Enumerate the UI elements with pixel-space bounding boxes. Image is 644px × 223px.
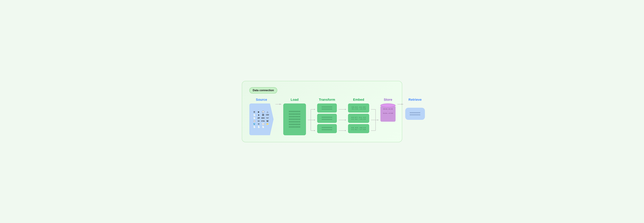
transform-column: XXXXXXXXXX XXXXXXXXXX XXXXXXXXXX XXXXXXX…	[317, 103, 337, 133]
icon-txt: TXT	[266, 117, 269, 119]
icon-chat: 💬	[261, 111, 265, 113]
embed-3-line-1: 5.5, -0.3....0.8, 2.3	[352, 127, 366, 128]
icon-doc2: 📄	[252, 117, 256, 119]
icon-triangle: △	[266, 111, 269, 113]
embed-2-line-2: 4.1, 3.4....-1.5, 2.5	[352, 118, 366, 120]
svg-marker-19	[378, 119, 378, 121]
cylinder-top	[380, 103, 396, 107]
icon-zip: ZIP	[257, 117, 260, 119]
transform-1-line-2: XXXXXXXXXX	[322, 108, 332, 110]
pipeline: Source ⊞ ▶ 💬 △ 📄 ● 🖼 CSV 📄 ZIP DOC TXT 📋	[249, 98, 395, 136]
store-separator: :	[380, 110, 396, 112]
icon-twitter: 🐦	[252, 123, 256, 125]
load-block: XXXXXXXXXX XXXXXXXXXX XXXXXXXXXX XXXXXXX…	[283, 103, 306, 135]
arrow-source-load	[276, 104, 282, 104]
icon-csv: CSV	[266, 114, 269, 116]
store-stage: Store 0.5, 0.2....0.1, 0.9 : 2.1, 0.1...…	[380, 98, 396, 122]
arrow-line-store-retrieve	[397, 104, 404, 104]
embed-column: 0.5, 0.2....0.1, 0.9 -0.1, 0.4....1.4, 5…	[348, 103, 369, 133]
load-line-5: XXXXXXXXXX	[289, 121, 300, 123]
load-line-3: XXXXXXXXXX	[289, 116, 300, 118]
load-line-1: XXXXXXXXXX	[289, 111, 300, 112]
embed-block-2: 0.2, 0.7....2.1, -1.2 4.1, 3.4....-1.5, …	[348, 114, 369, 123]
source-stage: Source ⊞ ▶ 💬 △ 📄 ● 🖼 CSV 📄 ZIP DOC TXT 📋	[249, 98, 274, 135]
arrow-embed-store	[371, 104, 378, 136]
embed-label: Embed	[353, 98, 364, 102]
load-line-7: XXXXXXXXXX	[289, 126, 300, 128]
retrieve-block: XXXXXXXXXX XXXXXXXXXX	[405, 108, 425, 120]
transform-1-line-1: XXXXXXXXXX	[322, 106, 332, 108]
icon-file3: 📄	[261, 126, 265, 128]
icon-doc1: 📄	[252, 114, 256, 116]
icon-doc3: DOC	[261, 117, 265, 119]
icon-folder: 📁	[266, 123, 269, 125]
diagram-title: Data connection	[253, 89, 274, 92]
transform-block-1: XXXXXXXXXX XXXXXXXXXX	[317, 103, 337, 113]
arrow-load-transform	[308, 104, 315, 136]
title-badge: Data connection	[249, 87, 277, 93]
icon-grid: ⊞	[252, 111, 256, 113]
transform-label: Transform	[319, 98, 335, 102]
transform-2-line-2: XXXXXXXXXX	[322, 119, 332, 120]
embed-block-3: 5.5, -0.3....0.8, 2.3 2.1, 0.1....-1.7, …	[348, 124, 369, 133]
retrieve-line-1: XXXXXXXXXX	[410, 112, 420, 113]
load-stage: Load XXXXXXXXXX XXXXXXXXXX XXXXXXXXXX XX…	[283, 98, 306, 135]
embed-2-line-1: 0.2, 0.7....2.1, -1.2	[352, 117, 366, 118]
embed-1-line-1: 0.5, 0.2....0.1, 0.9	[352, 106, 366, 108]
icon-image: 🖼	[261, 114, 265, 116]
source-icons: ⊞ ▶ 💬 △ 📄 ● 🖼 CSV 📄 ZIP DOC TXT 📋 MJ HTM…	[252, 111, 269, 128]
transform-3-line-2: XXXXXXXXXX	[322, 129, 332, 130]
svg-marker-6	[314, 119, 315, 121]
transform-block-3: XXXXXXXXXX XXXXXXXXXX	[317, 124, 337, 133]
retrieve-label: Retrieve	[408, 98, 422, 102]
svg-marker-13	[345, 130, 346, 131]
source-label: Source	[256, 98, 267, 102]
data-connection-diagram: Data connection Source ⊞ ▶ 💬 △ 📄 ● 🖼 CSV…	[242, 81, 402, 142]
icon-file2: 📄	[257, 126, 260, 128]
retrieve-line-2: XXXXXXXXXX	[410, 114, 420, 116]
branching-arrow-svg	[308, 104, 315, 136]
icon-xls: 📋	[252, 120, 256, 122]
load-label: Load	[291, 98, 299, 102]
store-line-1: 0.5, 0.2....0.1, 0.9	[380, 108, 396, 110]
icon-mail: ✉	[257, 123, 260, 125]
icon-wiki: W	[266, 120, 269, 122]
embed-block-1: 0.5, 0.2....0.1, 0.9 -0.1, 0.4....1.4, 5…	[348, 103, 369, 113]
icon-code: ⬜	[261, 123, 265, 125]
icon-file1: 📄	[252, 126, 256, 128]
arrow-transform-embed-svg	[339, 104, 346, 136]
arrow-line	[276, 104, 282, 104]
embed-3-line-2: 2.1, 0.1....-1.7, 0.9	[352, 129, 366, 130]
cylinder: 0.5, 0.2....0.1, 0.9 : 2.1, 0.1....-1.7,…	[380, 103, 396, 122]
retrieve-stage: Retrieve XXXXXXXXXX XXXXXXXXXX	[405, 98, 425, 120]
store-label: Store	[384, 98, 392, 102]
icon-mj: MJ	[257, 120, 260, 122]
icon-play: ▶	[257, 111, 260, 113]
store-block: 0.5, 0.2....0.1, 0.9 : 2.1, 0.1....-1.7,…	[380, 103, 396, 122]
load-line-6: XXXXXXXXXX	[289, 124, 300, 125]
store-line-2: 2.1, 0.1....-1.7, 0.9	[380, 113, 396, 114]
embed-1-line-2: -0.1, 0.4....1.4, 5.9	[352, 108, 366, 110]
embed-stage: Embed 0.5, 0.2....0.1, 0.9 -0.1, 0.4....…	[348, 98, 369, 133]
arrow-store-retrieve	[397, 104, 404, 104]
source-block: ⊞ ▶ 💬 △ 📄 ● 🖼 CSV 📄 ZIP DOC TXT 📋 MJ HTM…	[249, 103, 274, 135]
svg-marker-11	[345, 109, 346, 110]
icon-html: HTML	[261, 120, 265, 122]
icon-github: ●	[257, 114, 260, 116]
load-line-2: XXXXXXXXXX	[289, 113, 300, 115]
transform-block-2: XXXXXXXXXX XXXXXXXXXX	[317, 114, 337, 123]
converging-arrow-svg	[371, 104, 378, 136]
transform-stage: Transform XXXXXXXXXX XXXXXXXXXX XXXXXXXX…	[317, 98, 337, 133]
transform-2-line-1: XXXXXXXXXX	[322, 116, 332, 118]
load-line-4: XXXXXXXXXX	[289, 118, 300, 120]
svg-marker-7	[314, 130, 315, 131]
arrow-transform-embed	[339, 104, 346, 136]
svg-marker-5	[314, 109, 315, 110]
transform-3-line-1: XXXXXXXXXX	[322, 127, 332, 128]
svg-marker-12	[345, 119, 346, 121]
